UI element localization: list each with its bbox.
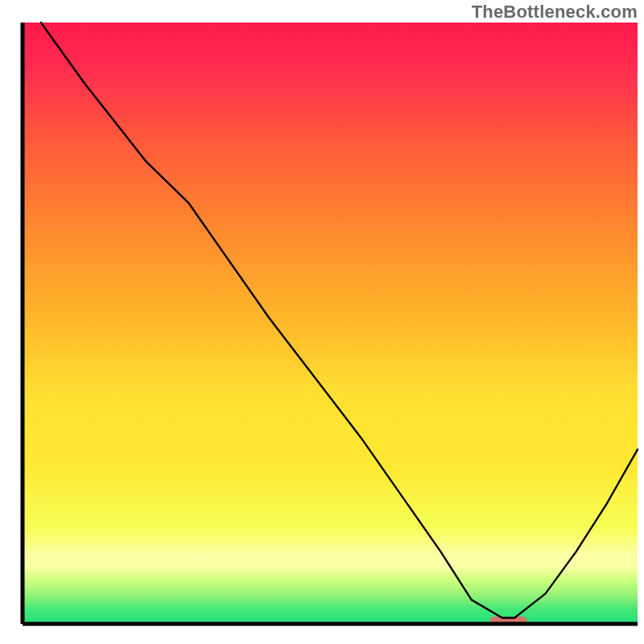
chart-container: TheBottleneck.com [0,0,644,644]
chart-background [23,23,638,624]
chart-svg [0,0,644,644]
watermark-text: TheBottleneck.com [472,2,638,23]
